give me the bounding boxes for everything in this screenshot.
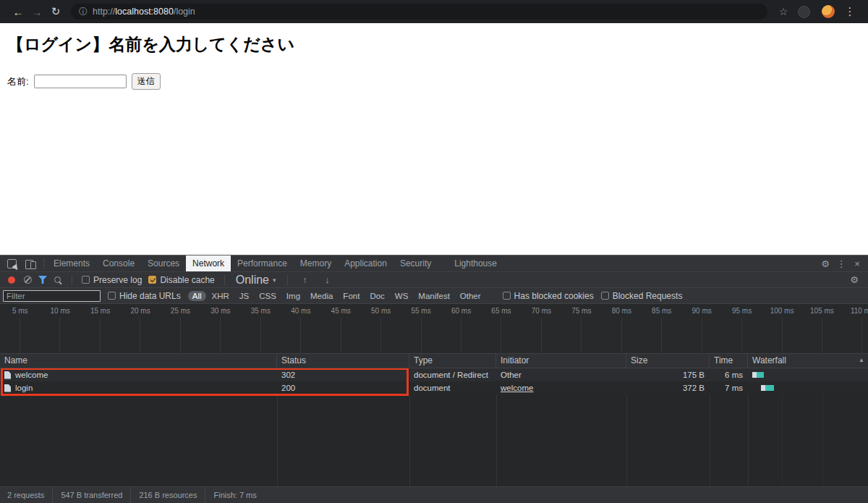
back-icon[interactable]: ← [9, 6, 27, 18]
cell-status: 302 [277, 368, 409, 381]
site-info-icon[interactable]: ⓘ [79, 6, 88, 18]
timeline-tick-label: 105 ms [802, 304, 842, 318]
url-host: localhost:8080 [115, 7, 174, 17]
throttling-select[interactable]: Online ▾ [234, 274, 278, 287]
hide-data-urls-label: Hide data URLs [119, 291, 181, 301]
forward-icon[interactable]: → [27, 6, 46, 18]
bookmark-star-icon[interactable]: ☆ [775, 6, 792, 17]
cell-waterfall [748, 368, 868, 381]
filter-icon[interactable] [38, 276, 47, 284]
request-type-filter[interactable]: JS [235, 291, 253, 301]
devtools-tab[interactable]: Sources [141, 255, 186, 271]
cell-time: 6 ms [710, 368, 748, 381]
devtools-tab[interactable]: Console [96, 255, 141, 271]
document-icon [4, 384, 11, 392]
devtools-tab[interactable]: Lighthouse [448, 255, 503, 271]
address-bar[interactable]: ⓘ http://localhost:8080/login [71, 4, 767, 20]
timeline-tick-label: 85 ms [642, 304, 681, 318]
checkbox-checked-icon [148, 276, 156, 284]
record-button[interactable] [8, 276, 15, 284]
devtools-tab[interactable]: Elements [47, 255, 96, 271]
timeline-tick-label: 10 ms [40, 304, 80, 318]
cell-name: login [0, 381, 277, 394]
cell-initiator: Other [496, 368, 626, 381]
column-header[interactable]: Initiator [496, 354, 626, 368]
name-input[interactable] [34, 75, 127, 88]
timeline-tick-label: 20 ms [120, 304, 160, 318]
timeline-grid [0, 318, 868, 353]
page-title: 【ログイン】名前を入力してください [7, 33, 868, 56]
request-type-filter[interactable]: Img [282, 291, 305, 301]
initiator-link[interactable]: welcome [501, 384, 533, 392]
url-scheme: http:// [93, 7, 115, 17]
request-type-filter[interactable]: WS [391, 291, 413, 301]
devtools-tab[interactable]: Performance [231, 255, 294, 271]
profile-avatar[interactable] [822, 5, 835, 18]
request-type-filter[interactable]: CSS [255, 291, 281, 301]
status-bar-item: Finish: 7 ms [205, 487, 264, 503]
timeline-tick-label: 75 ms [561, 304, 601, 318]
cell-initiator: welcome [496, 381, 626, 394]
status-bar-item: 216 B resources [131, 487, 205, 503]
divider [72, 275, 72, 285]
timeline-tick-label: 100 ms [762, 304, 801, 318]
extension-icon[interactable] [798, 6, 810, 18]
column-header[interactable]: Time [710, 354, 748, 368]
settings-gear-icon[interactable]: ⚙ [817, 258, 833, 269]
checkbox-icon [503, 292, 511, 300]
cell-waterfall [748, 381, 868, 394]
network-table-header: ▲ NameStatusTypeInitiatorSizeTimeWaterfa… [0, 354, 868, 368]
network-filter-input[interactable] [3, 290, 101, 302]
timeline-tick-label: 65 ms [481, 304, 521, 318]
sort-ascending-icon: ▲ [859, 357, 864, 363]
disable-cache-checkbox[interactable]: Disable cache [148, 275, 214, 285]
cell-type: document / Redirect [409, 368, 496, 381]
column-header[interactable]: Waterfall [748, 354, 868, 368]
preserve-log-checkbox[interactable]: Preserve log [82, 275, 142, 285]
request-type-filter[interactable]: XHR [208, 291, 234, 301]
request-type-filter[interactable]: All [188, 291, 206, 301]
devtools-tab[interactable]: Application [338, 255, 393, 271]
column-header[interactable]: Status [277, 354, 409, 368]
timeline-tick-label: 95 ms [722, 304, 762, 318]
url-text: http://localhost:8080/login [93, 7, 195, 17]
search-icon[interactable] [54, 276, 62, 284]
devtools-tab[interactable]: Security [393, 255, 438, 271]
network-request-row[interactable]: login 200 document welcome 372 B 7 ms [0, 381, 868, 394]
column-header[interactable]: Name [0, 354, 277, 368]
cell-status: 200 [277, 381, 409, 394]
request-type-filter[interactable]: Doc [365, 291, 388, 301]
devtools-tab[interactable]: Memory [294, 255, 338, 271]
request-type-filter[interactable]: Other [456, 291, 485, 301]
close-icon[interactable]: × [849, 258, 865, 269]
browser-menu-icon[interactable]: ⋮ [841, 5, 859, 18]
export-har-icon[interactable]: ↓ [320, 274, 336, 285]
divider [224, 275, 225, 285]
network-request-row[interactable]: welcome 302 document / Redirect Other 17… [0, 368, 868, 381]
hide-data-urls-checkbox[interactable]: Hide data URLs [108, 291, 181, 301]
devtools-tab[interactable]: Network [186, 255, 231, 271]
clear-icon[interactable] [24, 276, 32, 284]
devtools-tabs: ElementsConsoleSourcesNetworkPerformance… [47, 255, 503, 271]
network-conditions-gear-icon[interactable]: ⚙ [846, 274, 862, 285]
timeline-tick-label: 50 ms [361, 304, 401, 318]
reload-icon[interactable]: ↻ [46, 5, 65, 18]
timeline-overview: 5 ms10 ms15 ms20 ms25 ms30 ms35 ms40 ms4… [0, 304, 868, 354]
timeline-tick-label: 70 ms [522, 304, 561, 318]
timeline-tick-label: 5 ms [0, 304, 40, 318]
submit-button[interactable]: 送信 [132, 73, 161, 90]
column-header[interactable]: Size [626, 354, 710, 368]
inspect-element-icon[interactable] [7, 259, 17, 269]
more-options-icon[interactable]: ⋮ [833, 258, 849, 269]
request-type-filter[interactable]: Manifest [414, 291, 454, 301]
column-header[interactable]: Type [409, 354, 496, 368]
timeline-tick-label: 25 ms [161, 304, 200, 318]
has-blocked-cookies-checkbox[interactable]: Has blocked cookies [503, 291, 594, 301]
disable-cache-label: Disable cache [160, 275, 214, 285]
blocked-requests-checkbox[interactable]: Blocked Requests [601, 291, 683, 301]
request-type-filter[interactable]: Media [306, 291, 337, 301]
device-toolbar-icon[interactable] [25, 259, 36, 269]
import-har-icon[interactable]: ↑ [297, 274, 313, 285]
blocked-requests-label: Blocked Requests [613, 291, 683, 301]
request-type-filter[interactable]: Font [339, 291, 364, 301]
